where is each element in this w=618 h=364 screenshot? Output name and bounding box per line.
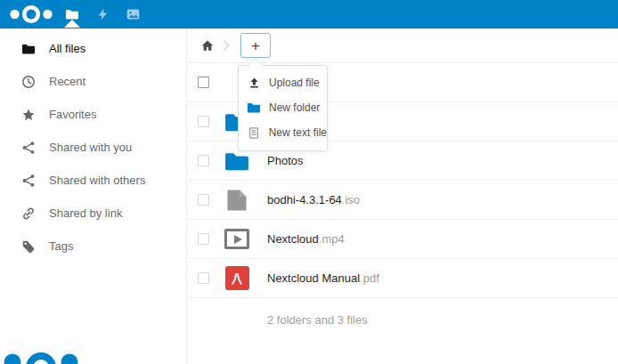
- home-icon: [200, 39, 215, 53]
- menu-item-upload-file[interactable]: Upload file: [239, 70, 327, 95]
- gallery-picture-icon: [126, 7, 141, 21]
- file-row-pdf[interactable]: Nextcloud Manual.pdf: [187, 259, 618, 298]
- sidebar-item-label: Shared with you: [49, 141, 132, 154]
- home-button[interactable]: [200, 39, 215, 53]
- sidebar-item-label: Shared by link: [49, 206, 122, 220]
- select-all-checkbox[interactable]: [198, 77, 209, 88]
- file-count-summary: 2 folders and 3 files: [267, 313, 368, 327]
- sidebar-item-label: All files: [49, 42, 85, 55]
- nextcloud-logo[interactable]: [7, 0, 55, 28]
- nextcloud-files-app: All files Recent Favorites Shared with y…: [0, 0, 618, 364]
- folder-icon: [21, 42, 36, 56]
- menu-item-label: Upload file: [269, 77, 320, 89]
- tag-icon: [21, 239, 36, 254]
- file-extension: .mp4: [319, 232, 345, 246]
- sidebar-item-recent[interactable]: Recent: [0, 65, 186, 98]
- sidebar-item-label: Tags: [49, 239, 73, 253]
- nextcloud-logo-icon: [7, 4, 55, 25]
- app-gallery-button[interactable]: [118, 0, 148, 28]
- video-file-icon: [223, 225, 251, 254]
- activity-lightning-icon: [96, 7, 110, 21]
- menu-item-label: New folder: [269, 101, 320, 114]
- row-checkbox[interactable]: [198, 272, 209, 284]
- file-extension: .pdf: [360, 271, 379, 285]
- file-name: bodhi-4.3.1-64: [267, 193, 342, 206]
- sidebar-item-shared-by-link[interactable]: Shared by link: [0, 197, 186, 230]
- app-activity-button[interactable]: [87, 0, 118, 28]
- row-checkbox[interactable]: [198, 116, 209, 127]
- nextcloud-logo-decoration: [2, 344, 86, 364]
- active-app-caret: [64, 20, 80, 28]
- text-file-icon: [247, 125, 261, 140]
- sidebar-item-all-files[interactable]: All files: [0, 32, 186, 65]
- file-extension: .iso: [342, 193, 360, 206]
- folder-icon: [247, 101, 261, 115]
- row-checkbox[interactable]: [198, 194, 209, 206]
- files-sidebar: All files Recent Favorites Shared with y…: [0, 28, 187, 364]
- menu-item-new-folder[interactable]: New folder: [239, 95, 327, 120]
- file-name: Nextcloud: [267, 232, 319, 246]
- file-list-summary-row: 2 folders and 3 files: [187, 298, 618, 341]
- sidebar-item-label: Shared with others: [49, 174, 145, 187]
- share-icon: [21, 174, 36, 188]
- new-file-menu: Upload file New folder New text file: [238, 65, 328, 151]
- file-name: Nextcloud Manual: [267, 271, 360, 285]
- star-icon: [21, 108, 36, 122]
- file-row-iso[interactable]: bodhi-4.3.1-64.iso: [187, 181, 618, 220]
- menu-item-label: New text file: [269, 126, 327, 139]
- menu-item-new-text-file[interactable]: New text file: [239, 120, 327, 145]
- upload-icon: [247, 76, 261, 90]
- clock-icon: [21, 75, 36, 89]
- iso-file-icon: [223, 186, 251, 214]
- file-name: Photos: [267, 154, 303, 167]
- sidebar-item-label: Recent: [49, 75, 85, 88]
- files-content: + Photos: [187, 28, 618, 364]
- chevron-right-icon: [223, 39, 230, 52]
- top-header-bar: [0, 0, 618, 28]
- row-checkbox[interactable]: [198, 155, 209, 166]
- pdf-file-icon: [223, 264, 251, 293]
- file-row-video[interactable]: Nextcloud.mp4: [187, 220, 618, 259]
- row-checkbox[interactable]: [198, 233, 209, 245]
- sidebar-item-shared-with-you[interactable]: Shared with you: [0, 131, 186, 164]
- sidebar-item-favorites[interactable]: Favorites: [0, 98, 186, 131]
- new-file-button[interactable]: +: [240, 33, 271, 58]
- link-icon: [21, 206, 36, 221]
- sidebar-item-label: Favorites: [49, 108, 96, 121]
- sidebar-item-shared-with-others[interactable]: Shared with others: [0, 164, 186, 197]
- sidebar-item-tags[interactable]: Tags: [0, 230, 186, 263]
- share-icon: [21, 141, 36, 155]
